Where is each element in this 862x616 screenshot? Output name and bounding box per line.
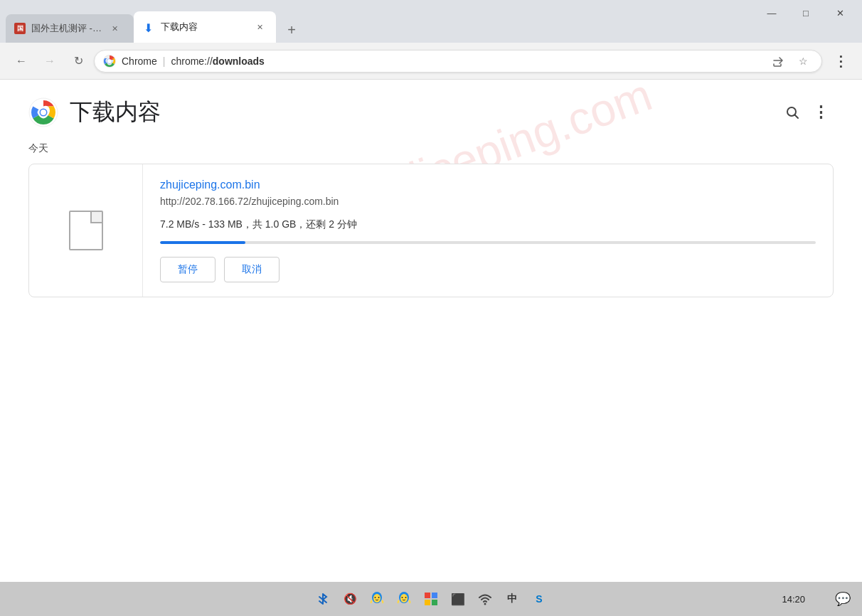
wifi-icon[interactable] <box>475 589 495 609</box>
address-chrome-label: Chrome <box>122 55 157 67</box>
pixel-icon[interactable] <box>421 589 441 609</box>
svg-point-16 <box>402 597 403 598</box>
share-icon <box>772 55 783 67</box>
page-header-actions: ⋮ <box>779 100 834 125</box>
qq1-icon[interactable] <box>367 589 387 609</box>
pause-button[interactable]: 暂停 <box>160 257 216 282</box>
download-actions: 暂停 取消 <box>160 257 816 282</box>
tab-title-1: 国外主机测评 - 国... <box>31 22 102 35</box>
lang-icon[interactable]: 中 <box>502 589 522 609</box>
window-controls: — □ ✕ <box>755 0 856 26</box>
volume-icon[interactable]: 🔇 <box>340 589 360 609</box>
svg-rect-20 <box>425 600 430 605</box>
page-menu-button[interactable]: ⋮ <box>808 100 834 125</box>
new-tab-button[interactable]: + <box>279 17 304 43</box>
search-icon <box>785 105 799 120</box>
qq2-icon[interactable] <box>394 589 414 609</box>
bluetooth-svg-icon <box>316 592 330 606</box>
chrome-logo-icon <box>28 97 58 127</box>
download-filename[interactable]: zhujiceping.com.bin <box>160 179 816 191</box>
progress-bar-container <box>160 241 816 244</box>
download-card: zhujiceping.com.bin http://202.78.166.72… <box>28 164 834 297</box>
svg-point-17 <box>405 597 407 598</box>
qq1-svg-icon <box>368 590 385 607</box>
taskbar-time: 14:20 <box>782 594 805 605</box>
bookmark-button[interactable]: ☆ <box>793 51 813 71</box>
file-icon <box>69 211 103 250</box>
download-info: zhujiceping.com.bin http://202.78.166.72… <box>143 164 833 297</box>
svg-point-11 <box>373 594 381 602</box>
tab-active-2[interactable]: ⬇ 下载内容 ✕ <box>134 11 276 43</box>
reload-button[interactable]: ↻ <box>65 48 91 74</box>
tab-close-2[interactable]: ✕ <box>253 21 266 33</box>
cancel-button[interactable]: 取消 <box>224 257 280 282</box>
maximize-button[interactable]: □ <box>789 0 822 26</box>
svg-rect-18 <box>425 593 430 598</box>
svg-point-15 <box>400 594 408 602</box>
page-title-area: 下载内容 <box>28 97 161 128</box>
tab-favicon-1: 国 <box>14 23 26 34</box>
address-url: chrome://downloads <box>171 55 762 67</box>
chrome-small-icon <box>103 55 116 68</box>
svg-point-7 <box>41 110 46 115</box>
downloads-page: zhujiceping.com 下载内容 <box>0 80 862 582</box>
svg-rect-19 <box>432 593 437 598</box>
address-separator: | <box>163 55 166 67</box>
sogou-icon[interactable]: S <box>529 589 549 609</box>
download-icon-area <box>29 164 143 297</box>
svg-line-9 <box>795 115 799 119</box>
page-title: 下载内容 <box>70 97 161 128</box>
display-icon[interactable]: ⬛ <box>448 589 468 609</box>
svg-rect-21 <box>432 600 437 605</box>
tab-title-2: 下载内容 <box>161 21 248 33</box>
svg-point-12 <box>375 597 376 598</box>
tab-inactive-1[interactable]: 国 国外主机测评 - 国... ✕ <box>6 14 134 43</box>
notification-button[interactable]: 💬 <box>835 591 851 607</box>
download-status: 7.2 MB/s - 133 MB，共 1.0 GB，还剩 2 分钟 <box>160 218 816 231</box>
svg-point-13 <box>378 597 380 598</box>
tab-close-1[interactable]: ✕ <box>108 22 121 35</box>
page-header: 下载内容 ⋮ <box>28 97 834 128</box>
download-url: http://202.78.166.72/zhujiceping.com.bin <box>160 196 816 207</box>
forward-button[interactable]: → <box>37 48 63 74</box>
taskbar: 🔇 ⬛ <box>0 582 862 616</box>
download-arrow-icon: ⬇ <box>144 22 153 34</box>
qq2-svg-icon <box>395 590 413 607</box>
close-button[interactable]: ✕ <box>824 0 856 26</box>
search-downloads-button[interactable] <box>779 100 805 125</box>
titlebar: 国 国外主机测评 - 国... ✕ ⬇ 下载内容 ✕ + — □ ✕ <box>0 0 862 43</box>
progress-bar-fill <box>160 241 245 244</box>
back-button[interactable]: ← <box>9 48 34 74</box>
today-label: 今天 <box>28 142 834 155</box>
url-bold: downloads <box>213 55 265 67</box>
bluetooth-icon[interactable] <box>313 589 333 609</box>
address-bar[interactable]: Chrome | chrome://downloads ☆ <box>94 50 822 73</box>
svg-point-3 <box>107 59 112 63</box>
wifi-svg-icon <box>478 592 492 606</box>
share-button[interactable] <box>767 51 787 71</box>
tab-favicon-2: ⬇ <box>144 21 155 33</box>
url-prefix: chrome:// <box>171 55 212 67</box>
browser-menu-button[interactable]: ⋮ <box>828 48 853 74</box>
svg-point-22 <box>484 603 486 605</box>
pixel-svg-icon <box>423 591 439 607</box>
navbar: ← → ↻ Chrome | chrome://downloads ☆ <box>0 43 862 80</box>
lang-label: 中 <box>507 593 517 605</box>
sogou-label: S <box>536 593 542 605</box>
minimize-button[interactable]: — <box>755 0 788 26</box>
